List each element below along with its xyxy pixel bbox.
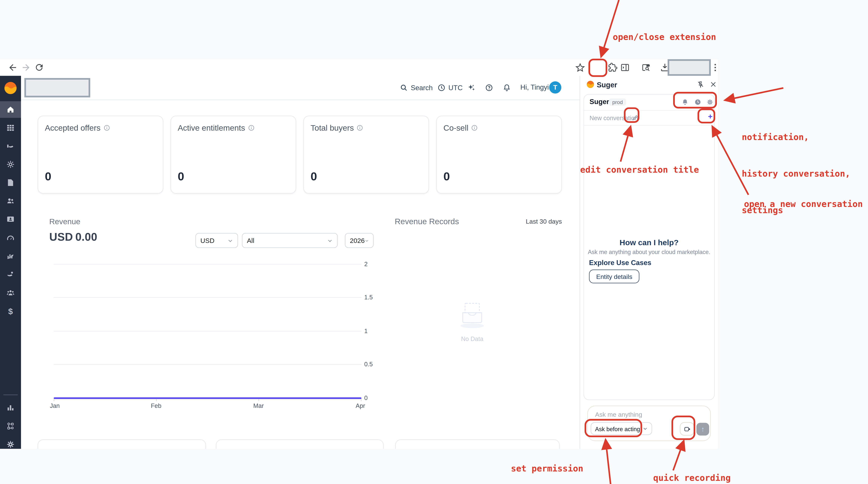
suger-panel-logo	[587, 81, 594, 88]
sidebar-item-dollar[interactable]: $	[0, 303, 21, 319]
no-data-empty-state: No Data	[434, 300, 511, 342]
close-icon[interactable]	[710, 81, 717, 88]
browser-toolbar: console.dev.suger.io/home	[0, 59, 718, 76]
topbar-timezone[interactable]: UTC	[437, 84, 463, 92]
app-sidebar: $	[0, 76, 21, 449]
extensions-puzzle-icon[interactable]	[607, 63, 617, 72]
sidebar-item-bar-chart[interactable]	[0, 399, 21, 416]
sun-icon	[6, 160, 15, 169]
redacted-org-box	[24, 78, 90, 97]
chat-input-card: Ask before acting ↑	[587, 406, 711, 441]
conversation-title: New conversation	[590, 115, 638, 121]
annotation-notification-history-settings: notification, history conversation, sett…	[742, 107, 850, 241]
stat-value: 0	[45, 170, 51, 183]
sidebar-item-team[interactable]	[0, 284, 21, 301]
org-name: Suger	[590, 98, 609, 106]
notification-bell-icon[interactable]	[681, 98, 688, 105]
partial-card[interactable]	[395, 440, 560, 449]
gauge-icon	[6, 233, 15, 243]
annotation-open-close-extension: open/close extension	[613, 31, 716, 43]
sidebar-item-id-card[interactable]	[0, 211, 21, 228]
x-tick: Apr	[356, 402, 365, 409]
screen-record-icon	[683, 425, 690, 432]
year-select[interactable]: 2026	[345, 233, 374, 248]
scope-select[interactable]: All	[242, 233, 338, 248]
timezone-label: UTC	[448, 84, 463, 92]
chevron-down-icon	[365, 238, 369, 243]
chevron-down-icon	[327, 238, 333, 243]
sidebar-item-hand-coins[interactable]	[0, 266, 21, 283]
home-icon	[6, 105, 15, 114]
id-card-icon	[6, 215, 15, 223]
send-button[interactable]: ↑	[696, 423, 709, 435]
assistant-subheading: Ask me anything about your cloud marketp…	[584, 249, 714, 255]
side-panel-icon[interactable]	[620, 63, 630, 72]
env-badge: prod	[609, 98, 626, 105]
revenue-records-title: Revenue Records	[395, 217, 459, 226]
permission-mode-select[interactable]: Ask before acting	[591, 422, 652, 435]
unpin-icon[interactable]	[697, 81, 704, 88]
settings-gear-icon[interactable]	[706, 98, 713, 105]
topbar-notifications[interactable]	[503, 84, 511, 92]
chevron-down-icon	[643, 426, 648, 431]
currency-select[interactable]: USD	[195, 233, 238, 248]
chat-input[interactable]	[594, 411, 679, 418]
suger-logo[interactable]	[4, 82, 17, 94]
revenue-line-series	[54, 397, 361, 399]
grid-icon	[6, 123, 15, 132]
page-viewport: Search UTC Hi, Tingyi T Accepted offe	[21, 76, 580, 449]
x-tick: Jan	[50, 402, 60, 409]
kebab-menu-icon[interactable]	[710, 63, 720, 72]
partial-card[interactable]	[38, 440, 206, 449]
sparkles-icon	[467, 84, 475, 92]
assistant-heading: How can I help?	[584, 238, 714, 247]
stat-value: 0	[443, 170, 450, 183]
stat-card-accepted-offers[interactable]: Accepted offers 0	[38, 116, 163, 194]
sidebar-item-grid[interactable]	[0, 120, 21, 136]
chart-trend-icon	[6, 252, 15, 261]
quick-recording-button[interactable]	[680, 422, 694, 435]
info-icon	[471, 125, 478, 131]
back-icon[interactable]	[8, 63, 18, 72]
stat-card-total-buyers[interactable]: Total buyers 0	[303, 116, 429, 194]
search-label: Search	[411, 84, 433, 92]
gear-icon	[6, 440, 15, 449]
explore-use-cases-label: Explore Use Cases	[589, 259, 651, 267]
annotation-set-permission: set permission	[511, 463, 583, 475]
stat-card-active-entitlements[interactable]: Active entitlements 0	[170, 116, 296, 194]
topbar-help[interactable]	[485, 84, 493, 92]
bar-chart-icon	[6, 404, 15, 412]
sidebar-item-sun[interactable]	[0, 156, 21, 173]
sidebar-item-gauge[interactable]	[0, 230, 21, 246]
sidebar-item-chart-trend[interactable]	[0, 248, 21, 265]
topbar-ai[interactable]	[467, 84, 475, 92]
inspect-page-icon[interactable]	[641, 63, 651, 72]
sidebar-item-document[interactable]	[0, 174, 21, 191]
no-data-label: No Data	[434, 335, 511, 342]
sidebar-item-hand-offer[interactable]	[0, 138, 21, 155]
avatar[interactable]: T	[549, 82, 561, 94]
bookmark-star-icon[interactable]	[575, 63, 585, 72]
clock-icon	[437, 84, 445, 92]
sidebar-item-workflow[interactable]	[0, 418, 21, 434]
y-tick: 2	[364, 261, 368, 267]
edit-pencil-icon[interactable]	[631, 114, 639, 121]
sidebar-item-home[interactable]	[0, 101, 21, 118]
topbar-greeting: Hi, Tingyi	[520, 84, 549, 91]
entity-details-button[interactable]: Entity details	[589, 269, 640, 283]
history-clock-icon[interactable]	[694, 98, 701, 105]
forward-icon[interactable]	[21, 63, 31, 72]
sidebar-item-gear[interactable]	[0, 436, 21, 453]
app-topbar: Search UTC Hi, Tingyi T	[21, 76, 580, 100]
redacted-profile-box	[668, 59, 711, 76]
screenshot-stage: console.dev.suger.io/home	[0, 0, 868, 484]
reload-icon[interactable]	[34, 63, 44, 72]
y-tick: 1	[364, 328, 368, 334]
topbar-search[interactable]: Search	[400, 84, 433, 92]
new-conversation-button[interactable]: +	[708, 112, 713, 121]
bell-icon	[503, 84, 511, 92]
stat-card-co-sell[interactable]: Co-sell 0	[436, 116, 562, 194]
workflow-icon	[6, 422, 15, 430]
partial-card[interactable]	[216, 440, 384, 449]
sidebar-item-users[interactable]	[0, 193, 21, 209]
